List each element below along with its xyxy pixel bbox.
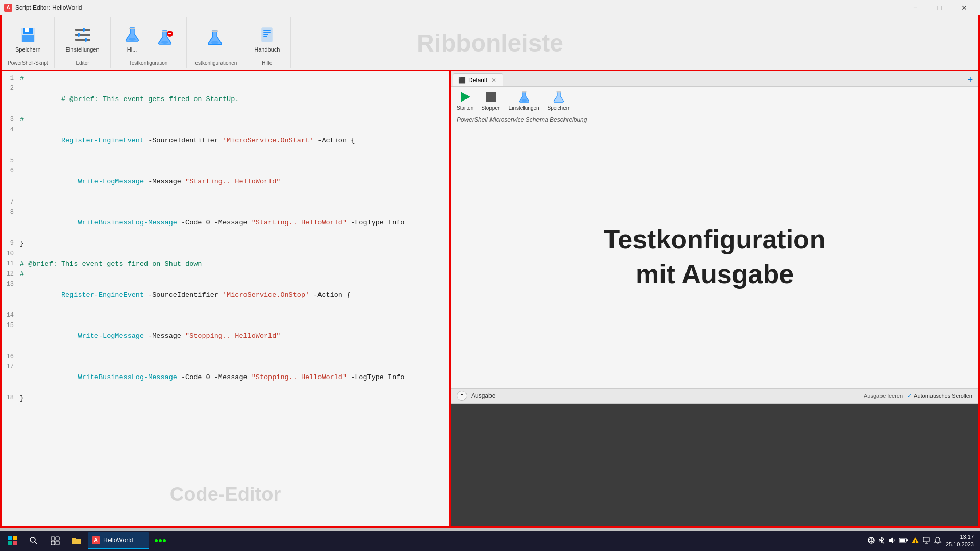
start-icon bbox=[458, 90, 472, 104]
svg-rect-45 bbox=[906, 539, 908, 541]
test-main-label: Testkonfigurationmit Ausgabe bbox=[603, 222, 825, 291]
save-button[interactable]: Speichern bbox=[11, 22, 45, 55]
svg-point-26 bbox=[521, 99, 527, 102]
ribbon-group-label-testconfigs: Testkonfigurationen bbox=[193, 58, 237, 66]
ribbon-group-buttons-help: Handbuch bbox=[250, 19, 284, 58]
flask-open-icon bbox=[205, 28, 225, 47]
test-main-area: Testkonfigurationmit Ausgabe bbox=[451, 126, 978, 388]
notification-icon bbox=[934, 536, 942, 546]
help-icon bbox=[257, 25, 277, 44]
svg-rect-2 bbox=[25, 28, 29, 32]
autoscroll-label: Automatisches Scrollen bbox=[914, 393, 972, 399]
explorer-button[interactable] bbox=[66, 531, 87, 551]
app-taskbar-label: HelloWorld bbox=[103, 537, 133, 544]
maximize-button[interactable]: □ bbox=[928, 0, 951, 15]
start-menu-button[interactable] bbox=[2, 531, 22, 551]
svg-rect-35 bbox=[56, 537, 59, 540]
svg-rect-24 bbox=[486, 92, 496, 102]
new-test-button[interactable]: Hi... bbox=[117, 22, 148, 55]
svg-text:!: ! bbox=[915, 539, 916, 544]
speaker-icon bbox=[888, 536, 896, 546]
ribbon-overlay-label: Ribbonleiste bbox=[416, 29, 564, 57]
svg-marker-23 bbox=[461, 92, 470, 102]
systray: ! bbox=[867, 536, 942, 546]
table-row: 6 Write-LogMessage -Message "Starting.. … bbox=[2, 166, 449, 197]
delete-test-button[interactable] bbox=[150, 26, 180, 52]
search-button[interactable] bbox=[23, 531, 44, 551]
code-area[interactable]: 1 # 2 # @brief: This event gets fired on… bbox=[2, 71, 449, 526]
taskbar-right: ! 13:17 25.10.2023 bbox=[867, 533, 978, 549]
output-toggle-button[interactable]: ⌃ bbox=[457, 391, 467, 401]
save-icon bbox=[18, 25, 38, 44]
table-row: 7 bbox=[2, 197, 449, 208]
svg-point-13 bbox=[161, 41, 168, 44]
ribbon-group-help: Handbuch Hilfe bbox=[243, 17, 291, 68]
network-icon bbox=[867, 536, 875, 546]
taskbar: A HelloWorld bbox=[0, 531, 980, 551]
editor-settings-button[interactable]: Einstellungen bbox=[61, 22, 104, 55]
green-app-button[interactable] bbox=[150, 531, 170, 551]
minimize-button[interactable]: − bbox=[903, 0, 927, 15]
tab-icon: ⬛ bbox=[458, 77, 466, 84]
svg-rect-34 bbox=[51, 537, 55, 540]
test-settings-label: Einstellungen bbox=[509, 105, 540, 111]
autoscroll-check-icon: ✓ bbox=[907, 393, 912, 399]
clock-time: 13:17 bbox=[946, 533, 974, 541]
test-save-label: Speichern bbox=[548, 105, 571, 111]
output-header: ⌃ Ausgabe Ausgabe leeren ✓ Automatisches… bbox=[451, 389, 978, 404]
taskbar-clock: 13:17 25.10.2023 bbox=[946, 533, 974, 549]
tab-label: Default bbox=[468, 77, 487, 84]
svg-point-11 bbox=[129, 38, 136, 41]
svg-rect-46 bbox=[900, 539, 905, 542]
test-settings-button[interactable]: Einstellungen bbox=[509, 90, 540, 111]
svg-rect-22 bbox=[263, 36, 267, 37]
svg-rect-27 bbox=[556, 91, 561, 92]
ribbon-group-label-testconfig: Testkonfiguration bbox=[117, 58, 180, 66]
svg-rect-7 bbox=[83, 28, 85, 32]
table-row: 1 # bbox=[2, 73, 449, 84]
test-save-button[interactable]: Speichern bbox=[548, 90, 571, 111]
window-controls: − □ ✕ bbox=[903, 0, 976, 15]
svg-rect-20 bbox=[263, 32, 271, 33]
stop-icon bbox=[484, 90, 498, 104]
svg-rect-3 bbox=[22, 35, 34, 42]
svg-rect-29 bbox=[13, 536, 17, 540]
test-toolbar: Starten Stoppen Einstell bbox=[451, 87, 978, 114]
svg-rect-31 bbox=[13, 541, 17, 545]
table-row: 12 # bbox=[2, 269, 449, 280]
table-row: 17 WriteBusinessLog-Message -Code 0 -Mes… bbox=[2, 362, 449, 393]
svg-rect-37 bbox=[56, 541, 59, 545]
table-row: 14 bbox=[2, 311, 449, 321]
task-view-button[interactable] bbox=[45, 531, 65, 551]
table-row: 9 } bbox=[2, 239, 449, 249]
svg-point-17 bbox=[211, 41, 219, 44]
tab-bar: ⬛ Default ✕ + bbox=[451, 71, 978, 87]
help-button[interactable]: Handbuch bbox=[250, 22, 284, 55]
save-label: Speichern bbox=[15, 46, 41, 53]
tab-close-button[interactable]: ✕ bbox=[489, 76, 498, 84]
svg-rect-12 bbox=[162, 31, 168, 32]
close-button[interactable]: ✕ bbox=[952, 0, 976, 15]
test-settings-icon bbox=[517, 90, 531, 104]
table-row: 11 # @brief: This event gets fired on Sh… bbox=[2, 259, 449, 269]
svg-point-38 bbox=[155, 539, 158, 542]
app-taskbar-item[interactable]: A HelloWorld bbox=[88, 532, 149, 549]
open-test-button[interactable] bbox=[200, 26, 230, 52]
table-row: 15 Write-LogMessage -Message "Stopping..… bbox=[2, 321, 449, 352]
svg-rect-30 bbox=[8, 541, 12, 545]
tab-add-button[interactable]: + bbox=[964, 74, 976, 86]
svg-rect-6 bbox=[75, 39, 90, 41]
output-clear-button[interactable]: Ausgabe leeren bbox=[864, 393, 903, 399]
svg-point-32 bbox=[30, 537, 35, 542]
title-bar: A Script Editor: HelloWorld − □ ✕ bbox=[0, 0, 980, 15]
output-section: ⌃ Ausgabe Ausgabe leeren ✓ Automatisches… bbox=[451, 388, 978, 526]
svg-rect-49 bbox=[923, 537, 929, 542]
stop-button[interactable]: Stoppen bbox=[481, 90, 500, 111]
default-tab[interactable]: ⬛ Default ✕ bbox=[453, 73, 503, 86]
start-button[interactable]: Starten bbox=[457, 90, 473, 111]
test-description: PowerShell Microservice Schema Beschreib… bbox=[451, 114, 978, 126]
ribbon-group-buttons-powershell: Speichern bbox=[11, 19, 45, 58]
table-row: 18 } bbox=[2, 393, 449, 404]
svg-rect-28 bbox=[8, 536, 12, 540]
flask-delete-icon bbox=[155, 28, 175, 47]
